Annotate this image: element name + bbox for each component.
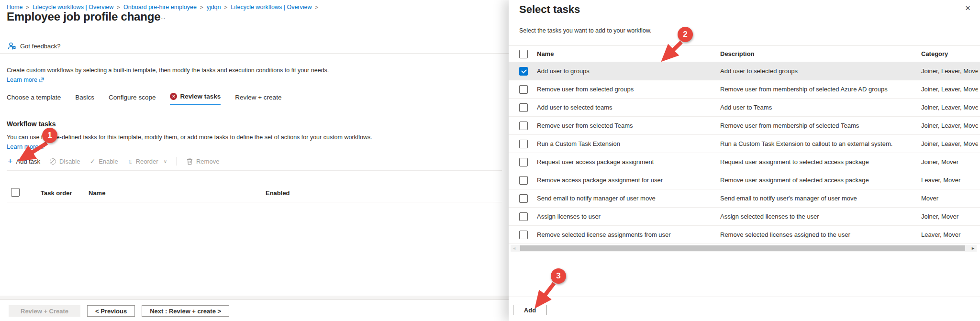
breadcrumb-link[interactable]: Onboard pre-hire employee xyxy=(123,4,197,11)
task-category: Mover xyxy=(921,195,978,202)
column-task-order: Task order xyxy=(41,189,72,197)
select-all-checkbox[interactable] xyxy=(11,188,20,197)
breadcrumb-link[interactable]: Home xyxy=(7,4,22,11)
block-icon xyxy=(50,158,56,165)
row-checkbox[interactable] xyxy=(519,176,528,185)
scrollbar-thumb[interactable] xyxy=(520,245,965,251)
task-category: Joiner, Mover xyxy=(921,213,978,220)
task-description: Remove selected licenses assigned to the… xyxy=(720,231,914,238)
tab-review-create[interactable]: Review + create xyxy=(235,94,281,105)
breadcrumb-separator: > xyxy=(200,4,203,10)
add-button[interactable]: Add xyxy=(513,305,547,315)
close-icon[interactable]: × xyxy=(965,3,970,13)
task-name: Request user access package assignment xyxy=(537,158,716,166)
task-description: Remove user from membership of selected … xyxy=(720,122,914,129)
column-name: Name xyxy=(89,189,105,197)
task-row[interactable]: Add user to selected teams Add user to T… xyxy=(509,99,980,117)
task-name: Remove access package assignment for use… xyxy=(537,177,716,184)
tab-basics[interactable]: Basics xyxy=(75,94,94,105)
select-all-checkbox[interactable] xyxy=(519,50,528,58)
row-checkbox[interactable] xyxy=(519,67,528,76)
disable-button[interactable]: Disable xyxy=(50,158,80,165)
plus-icon: + xyxy=(8,158,13,164)
row-checkbox[interactable] xyxy=(519,212,528,221)
row-checkbox[interactable] xyxy=(519,194,528,203)
task-description: Run a Custom Task Extension to callout t… xyxy=(720,140,914,147)
tab-configure-scope[interactable]: Configure scope xyxy=(109,94,156,105)
intro-learn-more-link[interactable]: Learn more xyxy=(7,77,44,83)
breadcrumb-separator: > xyxy=(224,4,228,10)
tab-choose-a-template[interactable]: Choose a template xyxy=(7,94,61,105)
select-tasks-panel: Select tasks × Select the tasks you want… xyxy=(509,0,980,321)
scroll-left-icon[interactable]: ◄ xyxy=(512,245,516,251)
breadcrumb-item: Onboard pre-hire employee> xyxy=(123,4,207,11)
divider xyxy=(7,170,502,171)
enable-button[interactable]: ✓ Enable xyxy=(89,157,118,165)
next-button[interactable]: Next : Review + create > xyxy=(142,305,229,317)
row-checkbox[interactable] xyxy=(519,85,528,94)
task-row[interactable]: Request user access package assignment R… xyxy=(509,153,980,171)
task-category: Joiner, Leaver, Mover xyxy=(921,122,978,129)
trash-icon xyxy=(187,158,193,165)
task-name: Run a Custom Task Extension xyxy=(537,140,716,147)
previous-button[interactable]: < Previous xyxy=(87,305,135,317)
task-row[interactable]: Assign licenses to user Assign selected … xyxy=(509,208,980,226)
feedback-icon xyxy=(8,42,16,50)
wizard-tabs: Choose a template Basics Configure scope… xyxy=(7,93,281,105)
column-enabled: Enabled xyxy=(266,189,290,197)
breadcrumb-link[interactable]: yjdqn xyxy=(207,4,221,11)
scroll-right-icon[interactable]: ► xyxy=(971,245,975,251)
workflow-learn-more-link[interactable]: Learn more xyxy=(7,143,45,150)
left-table-header: Task order Name Enabled xyxy=(0,186,502,202)
row-checkbox[interactable] xyxy=(519,122,528,130)
wizard-footer: Review + Create < Previous Next : Review… xyxy=(9,305,229,317)
intro-text: Create custom workflows by selecting a b… xyxy=(7,67,437,74)
task-row[interactable]: Remove selected license assignments from… xyxy=(509,226,980,244)
task-row[interactable]: Remove user from selected Teams Remove u… xyxy=(509,117,980,135)
task-row[interactable]: Remove access package assignment for use… xyxy=(509,171,980,189)
task-name: Add user to selected teams xyxy=(537,104,716,111)
review-create-button[interactable]: Review + Create xyxy=(9,305,80,317)
panel-footer-divider xyxy=(509,297,980,297)
row-checkbox[interactable] xyxy=(519,140,528,148)
row-checkbox[interactable] xyxy=(519,158,528,166)
more-actions-icon[interactable]: ... xyxy=(158,12,166,21)
task-row[interactable]: Add user to groups Add user to selected … xyxy=(509,62,980,80)
task-category: Joiner, Leaver, Mover xyxy=(921,104,978,111)
panel-subtitle: Select the tasks you want to add to your… xyxy=(519,27,652,34)
task-category: Leaver, Mover xyxy=(921,231,978,238)
task-category: Joiner, Leaver, Mover xyxy=(921,86,978,93)
page-title: Employee job profile change xyxy=(7,10,160,23)
breadcrumb-item: Lifecycle workflows | Overview> xyxy=(33,4,123,11)
remove-button[interactable]: Remove xyxy=(187,158,219,165)
row-checkbox[interactable] xyxy=(519,231,528,239)
tasks-toolbar: + Add task Disable ✓ Enable ↑↓ Reorder ∨… xyxy=(8,157,219,166)
task-row[interactable]: Remove user from selected groups Remove … xyxy=(509,80,980,99)
breadcrumb-separator: > xyxy=(26,4,29,10)
tab-review-tasks[interactable]: × Review tasks xyxy=(170,93,221,105)
horizontal-scrollbar[interactable]: ◄ ► xyxy=(511,245,977,252)
external-link-icon xyxy=(40,144,45,149)
column-category: Category xyxy=(921,50,948,57)
task-name: Remove selected license assignments from… xyxy=(537,231,716,238)
breadcrumb-link[interactable]: Lifecycle workflows | Overview xyxy=(33,4,113,11)
task-description: Send email to notify user's manager of u… xyxy=(720,195,914,202)
task-row[interactable]: Run a Custom Task Extension Run a Custom… xyxy=(509,135,980,153)
column-description: Description xyxy=(720,50,755,57)
got-feedback-label: Got feedback? xyxy=(20,43,61,50)
task-row[interactable]: Send email to notify manager of user mov… xyxy=(509,189,980,208)
breadcrumb-link[interactable]: Lifecycle workflows | Overview xyxy=(231,4,312,11)
got-feedback-button[interactable]: Got feedback? xyxy=(8,42,61,50)
reorder-icon: ↑↓ xyxy=(128,158,131,165)
workflow-tasks-heading: Workflow tasks xyxy=(7,120,56,128)
task-description: Remove user assignment of selected acces… xyxy=(720,177,914,184)
divider xyxy=(7,202,502,202)
divider xyxy=(0,53,509,54)
add-task-button[interactable]: + Add task xyxy=(8,158,40,165)
row-checkbox[interactable] xyxy=(519,103,528,112)
page: Home>Lifecycle workflows | Overview>Onbo… xyxy=(0,0,980,321)
chevron-down-icon: ∨ xyxy=(164,159,167,164)
breadcrumb-item: Lifecycle workflows | Overview> xyxy=(231,4,322,11)
reorder-button[interactable]: ↑↓ Reorder ∨ xyxy=(128,158,167,165)
task-category: Joiner, Leaver, Mover xyxy=(921,67,978,75)
